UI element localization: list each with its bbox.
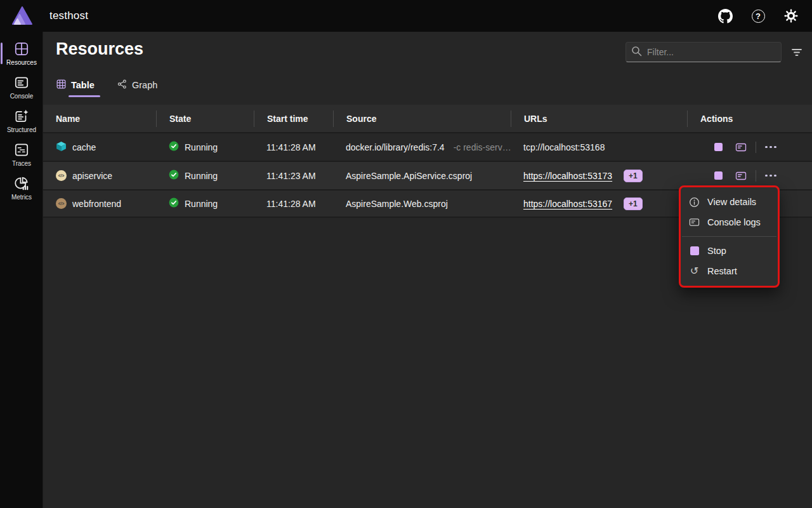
source-cell: docker.io/library/redis:7.4-c redis-serv… — [333, 142, 511, 152]
more-actions-button[interactable] — [761, 138, 780, 156]
column-header-start-time: Start time — [254, 110, 333, 127]
sidebar-item-structured[interactable]: Structured — [0, 104, 43, 137]
github-icon[interactable] — [717, 8, 733, 24]
source-cell: AspireSample.Web.csproj — [333, 199, 511, 209]
stop-square-icon — [689, 246, 700, 257]
more-urls-badge[interactable]: +1 — [624, 197, 643, 210]
filter-icon[interactable] — [790, 46, 803, 58]
table-header-row: Name State Start time Source URLs Action… — [43, 105, 812, 132]
top-bar: testhost ? — [0, 0, 812, 32]
start-time-cell: 11:41:23 AM — [254, 171, 333, 181]
more-urls-badge[interactable]: +1 — [624, 170, 643, 182]
running-check-icon — [169, 141, 179, 153]
menu-item-label: View details — [707, 197, 756, 207]
actions-divider — [756, 142, 756, 153]
column-header-source: Source — [333, 110, 511, 127]
search-icon — [631, 46, 642, 59]
sidebar-item-label: Structured — [7, 126, 36, 133]
name-cell: cache — [43, 141, 156, 154]
endpoint-link[interactable]: https://localhost:53173 — [523, 171, 612, 181]
ellipsis-icon — [765, 146, 776, 149]
sidebar-item-label: Resources — [6, 59, 37, 66]
name-cell: </> apiservice — [43, 170, 156, 181]
stop-square-icon — [714, 171, 723, 180]
menu-item-view-details[interactable]: View details — [681, 192, 778, 212]
actions-divider — [756, 170, 756, 182]
actions-cell — [687, 138, 812, 156]
menu-item-stop[interactable]: Stop — [681, 241, 778, 261]
aspire-logo-icon — [11, 6, 33, 26]
column-header-urls: URLs — [511, 110, 687, 127]
menu-divider — [682, 236, 776, 237]
endpoint-link[interactable]: https://localhost:53167 — [523, 199, 612, 209]
urls-cell: https://localhost:53167 +1 — [511, 197, 687, 210]
column-header-name: Name — [43, 110, 156, 127]
console-icon — [13, 74, 30, 91]
stop-button[interactable] — [709, 138, 728, 156]
settings-gear-icon[interactable] — [783, 8, 799, 24]
code-project-icon: </> — [56, 198, 67, 209]
help-icon[interactable]: ? — [750, 8, 766, 24]
urls-cell: https://localhost:53173 +1 — [511, 170, 687, 182]
menu-item-label: Console logs — [707, 217, 761, 227]
filter-box — [625, 42, 782, 62]
ellipsis-icon — [765, 175, 776, 177]
view-tabs: Table Graph — [56, 77, 157, 97]
console-logs-icon — [689, 217, 700, 228]
filter-input[interactable] — [647, 47, 776, 57]
sidebar-item-label: Metrics — [11, 194, 32, 201]
stop-square-icon — [714, 143, 723, 151]
table-row-cache[interactable]: cache Running 11:41:28 AM docker.io/libr… — [43, 132, 812, 161]
sidebar-item-resources[interactable]: Resources — [0, 37, 43, 70]
state-label: Running — [185, 171, 218, 181]
grid-icon — [13, 41, 30, 57]
active-tab-underline — [69, 95, 100, 97]
tab-graph[interactable]: Graph — [117, 77, 157, 97]
stop-button[interactable] — [709, 167, 728, 185]
column-header-state: State — [156, 110, 254, 127]
menu-item-label: Stop — [707, 246, 726, 256]
restart-icon: ↺ — [689, 266, 700, 277]
app-title: testhost — [49, 10, 88, 22]
source-cell: AspireSample.ApiService.csproj — [333, 171, 511, 181]
sidebar-item-label: Console — [10, 93, 34, 100]
resource-name: cache — [72, 142, 96, 152]
sidebar: Resources Console Structured Traces — [0, 32, 43, 508]
menu-item-console-logs[interactable]: Console logs — [681, 212, 778, 232]
running-check-icon — [169, 170, 179, 182]
console-logs-button[interactable] — [731, 138, 750, 156]
state-cell: Running — [156, 141, 254, 153]
sidebar-item-label: Traces — [12, 160, 31, 167]
state-label: Running — [185, 199, 218, 209]
sidebar-item-console[interactable]: Console — [0, 70, 43, 104]
question-mark-glyph: ? — [752, 10, 765, 23]
pie-chart-icon — [13, 175, 30, 192]
source-main: docker.io/library/redis:7.4 — [346, 142, 445, 152]
sidebar-item-traces[interactable]: Traces — [0, 138, 43, 171]
actions-cell — [687, 167, 812, 185]
document-sparkle-icon — [13, 108, 30, 124]
source-detail: -c redis-serv… — [454, 142, 511, 152]
running-check-icon — [169, 197, 179, 210]
page-title: Resources — [56, 39, 143, 59]
start-time-cell: 11:41:28 AM — [254, 142, 333, 152]
menu-item-restart[interactable]: ↺ Restart — [681, 261, 778, 281]
start-time-cell: 11:41:28 AM — [254, 199, 333, 209]
tab-graph-label: Graph — [132, 80, 157, 90]
urls-cell: tcp://localhost:53168 — [511, 142, 687, 152]
traces-icon — [13, 142, 30, 158]
state-cell: Running — [156, 170, 254, 182]
container-cube-icon — [56, 141, 67, 154]
state-label: Running — [185, 142, 218, 152]
console-logs-button[interactable] — [731, 167, 750, 185]
state-cell: Running — [156, 197, 254, 210]
endpoint-text: tcp://localhost:53168 — [523, 142, 605, 152]
sidebar-item-metrics[interactable]: Metrics — [0, 171, 43, 204]
menu-item-label: Restart — [707, 266, 737, 276]
tab-table-label: Table — [71, 80, 95, 90]
resource-name: webfrontend — [72, 199, 121, 209]
share-graph-icon — [117, 79, 128, 92]
actions-context-menu: View details Console logs Stop ↺ Restart — [679, 185, 780, 288]
more-actions-button[interactable] — [761, 167, 780, 185]
tab-table[interactable]: Table — [56, 77, 100, 97]
